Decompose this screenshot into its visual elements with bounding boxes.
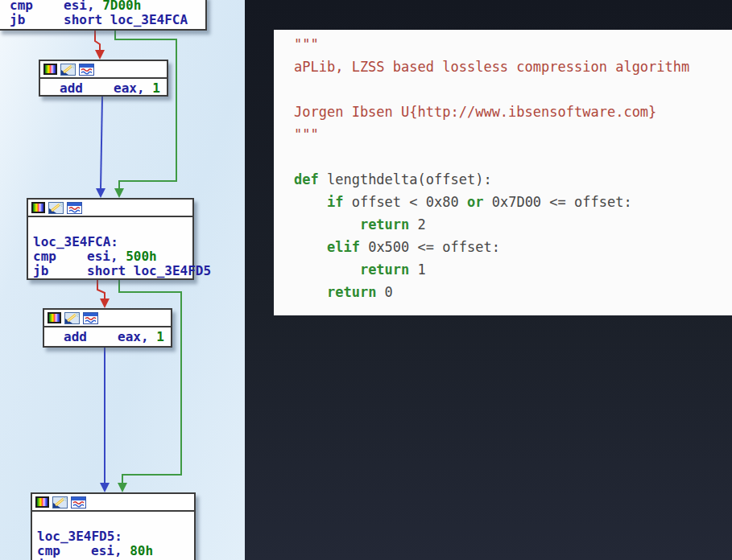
color-palette-icon[interactable] bbox=[43, 64, 57, 75]
code-line: if offset < 0x80 or 0x7D00 <= offset: bbox=[294, 194, 732, 216]
graph-view-icon[interactable] bbox=[83, 312, 98, 324]
asm-label: loc_3E4FCA: bbox=[33, 235, 192, 249]
asm-line: addeax, 1 bbox=[60, 81, 167, 96]
asm-line: jbshort loc_3E4FCA bbox=[10, 13, 205, 27]
graph-view-icon[interactable] bbox=[79, 64, 94, 76]
block-header bbox=[40, 61, 167, 79]
code-line: aPLib, LZSS based lossless compression a… bbox=[294, 59, 732, 81]
code-line: """ bbox=[294, 126, 732, 149]
color-palette-icon[interactable] bbox=[48, 312, 61, 323]
code-line: return 2 bbox=[294, 216, 732, 239]
asm-line: addeax, 1 bbox=[64, 330, 171, 344]
basic-block-loc-3E4FCA[interactable]: loc_3E4FCA: cmpesi, 500h jbshort loc_3E4… bbox=[27, 198, 194, 280]
graph-view-icon[interactable] bbox=[67, 202, 82, 214]
ida-graph-view[interactable]: cmpesi, 7D00h jbshort loc_3E4FCA addeax,… bbox=[0, 0, 245, 560]
basic-block-loc-3E4FD5[interactable]: loc_3E4FD5: cmpesi, 80h jbshort loc_3E4F… bbox=[31, 492, 196, 560]
edge-blue-add2-to-fd5 bbox=[100, 348, 110, 492]
basic-block-add-2[interactable]: addeax, 1 bbox=[43, 308, 172, 348]
color-palette-icon[interactable] bbox=[35, 496, 49, 508]
code-line-blank bbox=[294, 149, 732, 171]
code-line: elif 0x500 <= offset: bbox=[294, 239, 732, 261]
edge-red-entry-to-add1 bbox=[95, 31, 105, 60]
edge-blue-add1-to-fca bbox=[96, 97, 105, 198]
graph-view-icon[interactable] bbox=[71, 496, 86, 509]
basic-block-entry[interactable]: cmpesi, 7D00h jbshort loc_3E4FCA bbox=[0, 0, 207, 31]
python-code-panel[interactable]: """ aPLib, LZSS based lossless compressi… bbox=[274, 30, 732, 315]
edit-node-icon[interactable] bbox=[64, 312, 80, 324]
block-header bbox=[44, 310, 171, 327]
code-line-blank bbox=[294, 81, 732, 104]
asm-line: jbshort loc_3E4FD5 bbox=[33, 264, 192, 278]
edit-node-icon[interactable] bbox=[48, 202, 64, 214]
edge-green-entry-to-fca bbox=[114, 31, 176, 198]
code-line: """ bbox=[294, 36, 732, 59]
code-line: def lengthdelta(offset): bbox=[294, 171, 732, 194]
edit-node-icon[interactable] bbox=[60, 64, 76, 76]
asm-line: cmpesi, 500h bbox=[33, 249, 192, 264]
asm-line: cmpesi, 80h bbox=[37, 544, 194, 558]
edge-red-fca-to-add2 bbox=[97, 280, 110, 308]
edit-node-icon[interactable] bbox=[52, 496, 68, 509]
asm-label: loc_3E4FD5: bbox=[37, 529, 194, 544]
asm-line: cmpesi, 7D00h bbox=[10, 0, 205, 13]
code-line: return 1 bbox=[294, 261, 732, 284]
code-line: return 0 bbox=[294, 284, 732, 307]
block-header bbox=[28, 200, 192, 217]
basic-block-add-1[interactable]: addeax, 1 bbox=[39, 60, 168, 97]
block-header bbox=[32, 494, 194, 512]
code-line: Jorgen Ibsen U{http://www.ibsensoftware.… bbox=[294, 104, 732, 126]
color-palette-icon[interactable] bbox=[31, 202, 45, 213]
